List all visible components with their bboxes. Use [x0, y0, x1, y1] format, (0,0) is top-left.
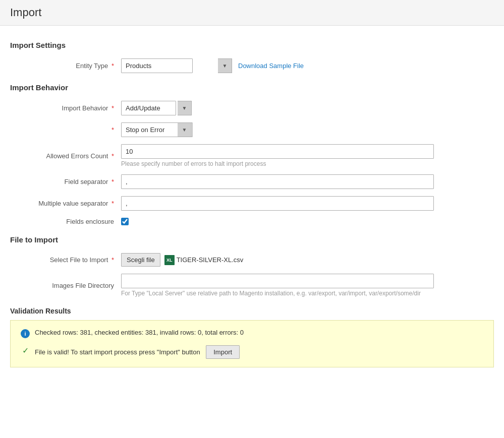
field-separator-label: Field separator *	[10, 178, 121, 185]
file-name-display: XL TIGER-SILVER-XL.csv	[164, 255, 244, 265]
allowed-errors-required: *	[111, 152, 114, 160]
behavior-dropdown-arrow: ▼	[178, 101, 192, 115]
fields-enclosure-checkbox-wrapper	[121, 218, 494, 225]
page-header: Import	[0, 0, 504, 26]
entity-type-required: *	[111, 62, 114, 70]
allowed-errors-hint: Please specify number of errors to halt …	[121, 160, 434, 167]
behavior-select-wrapper: Add/UpdateReplaceDelete ▼	[121, 101, 192, 115]
allowed-errors-row: Allowed Errors Count * Please specify nu…	[10, 144, 494, 167]
validation-box: i Checked rows: 381, checked entities: 3…	[10, 320, 494, 367]
multi-value-separator-input[interactable]	[121, 196, 434, 211]
entity-type-label: Entity Type *	[10, 62, 121, 70]
fields-enclosure-field	[121, 218, 494, 225]
images-directory-hint: For Type "Local Server" use relative pat…	[121, 290, 434, 297]
excel-icon: XL	[164, 255, 175, 265]
allowed-errors-label: Allowed Errors Count *	[10, 152, 121, 160]
choose-file-button[interactable]: Scegli file	[121, 253, 160, 267]
validation-results-section: Validation Results i Checked rows: 381, …	[10, 307, 494, 367]
entity-type-row: Entity Type * ProductsCustomersAdvanced …	[10, 58, 494, 73]
import-button[interactable]: Import	[206, 345, 240, 359]
on-error-required: *	[111, 126, 114, 134]
file-input-area: Scegli file XL TIGER-SILVER-XL.csv	[121, 253, 494, 267]
check-icon: ✓	[21, 346, 30, 355]
validation-info-text: Checked rows: 381, checked entities: 381…	[35, 329, 483, 336]
page-title: Import	[10, 6, 494, 19]
field-separator-row: Field separator *	[10, 174, 494, 189]
allowed-errors-field: Please specify number of errors to halt …	[121, 144, 434, 167]
select-file-row: Select File to Import * Scegli file XL T…	[10, 253, 494, 267]
behavior-field: Add/UpdateReplaceDelete ▼	[121, 101, 494, 115]
on-error-select[interactable]: Stop on ErrorSkip Error Entries	[121, 122, 193, 137]
behavior-required: *	[111, 104, 114, 112]
multi-value-separator-field	[121, 196, 434, 211]
import-settings-title: Import Settings	[10, 41, 494, 49]
file-name-text: TIGER-SILVER-XL.csv	[177, 256, 244, 264]
validation-results-title: Validation Results	[10, 307, 494, 315]
fields-enclosure-label: Fields enclosure	[10, 218, 121, 225]
file-to-import-title: File to Import	[10, 235, 494, 244]
images-directory-row: Images File Directory For Type "Local Se…	[10, 274, 494, 297]
import-behavior-title: Import Behavior	[10, 83, 494, 92]
validation-info-row: i Checked rows: 381, checked entities: 3…	[21, 329, 483, 338]
select-file-label: Select File to Import *	[10, 256, 121, 264]
images-directory-label: Images File Directory	[10, 282, 121, 289]
page-content: Import Settings Entity Type * ProductsCu…	[0, 26, 504, 378]
validation-success-text: File is valid! To start import process p…	[35, 345, 483, 359]
select-file-required: *	[111, 256, 114, 264]
on-error-label: *	[10, 126, 121, 134]
on-error-field: Stop on ErrorSkip Error Entries ▼	[121, 122, 494, 137]
entity-type-dropdown-arrow: ▼	[218, 58, 232, 73]
behavior-select[interactable]: Add/UpdateReplaceDelete	[121, 101, 176, 115]
images-directory-field: For Type "Local Server" use relative pat…	[121, 274, 434, 297]
field-separator-input[interactable]	[121, 174, 434, 189]
select-file-field: Scegli file XL TIGER-SILVER-XL.csv	[121, 253, 494, 267]
allowed-errors-input[interactable]	[121, 144, 434, 159]
images-directory-input[interactable]	[121, 274, 434, 288]
entity-type-field: ProductsCustomersAdvanced PricingStock S…	[121, 58, 494, 73]
import-settings-section: Import Settings Entity Type * ProductsCu…	[10, 41, 494, 73]
file-to-import-section: File to Import Select File to Import * S…	[10, 235, 494, 297]
field-separator-required: *	[111, 178, 114, 185]
fields-enclosure-checkbox[interactable]	[121, 218, 129, 225]
validation-success-row: ✓ File is valid! To start import process…	[21, 345, 483, 359]
fields-enclosure-row: Fields enclosure	[10, 218, 494, 225]
download-sample-file-link[interactable]: Download Sample File	[238, 62, 304, 70]
entity-type-select-wrapper: ProductsCustomersAdvanced PricingStock S…	[121, 58, 232, 73]
entity-type-select[interactable]: ProductsCustomersAdvanced PricingStock S…	[121, 58, 193, 73]
multi-value-separator-label: Multiple value separator *	[10, 200, 121, 207]
behavior-row: Import Behavior * Add/UpdateReplaceDelet…	[10, 101, 494, 115]
import-behavior-section: Import Behavior Import Behavior * Add/Up…	[10, 83, 494, 225]
multi-value-separator-required: *	[111, 200, 114, 207]
multi-value-separator-row: Multiple value separator *	[10, 196, 494, 211]
field-separator-field	[121, 174, 434, 189]
info-icon: i	[21, 329, 30, 338]
behavior-label: Import Behavior *	[10, 104, 121, 112]
on-error-select-wrapper: Stop on ErrorSkip Error Entries ▼	[121, 122, 192, 137]
on-error-row: * Stop on ErrorSkip Error Entries ▼	[10, 122, 494, 137]
page-wrapper: Import Import Settings Entity Type * Pro…	[0, 0, 504, 438]
